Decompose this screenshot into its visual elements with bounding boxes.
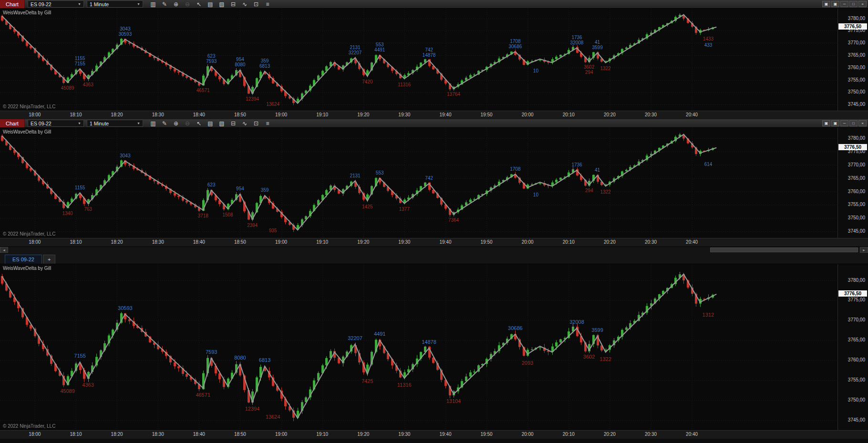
last-price-badge: 3776,50 <box>838 144 867 150</box>
horizontal-scrollbar[interactable]: ◄ ► <box>0 247 868 253</box>
time-axis-label: 19:20 <box>357 112 369 117</box>
time-axis-label: 20:40 <box>686 239 698 245</box>
interval-link-icon[interactable]: ▣ <box>831 120 839 126</box>
interval-dropdown[interactable]: 1 Minute ▼ <box>87 0 143 8</box>
chart-trader-icon[interactable]: ⊟ <box>230 1 237 7</box>
chart-row-top: WeisWaveDelta by Gill © 2022 NinjaTrader… <box>0 9 868 111</box>
time-axis-label: 18:20 <box>111 112 123 117</box>
close-button[interactable]: × <box>858 1 867 7</box>
chevron-down-icon: ▼ <box>137 2 140 6</box>
zoom-in-icon[interactable]: ⊕ <box>173 121 179 126</box>
drawing-tools-icon[interactable]: ✎ <box>161 1 168 7</box>
time-axis[interactable]: 18:0018:1018:2018:3018:4018:5019:0019:10… <box>0 430 868 439</box>
price-axis[interactable]: 3780,003775,003770,003765,003760,003755,… <box>837 128 868 238</box>
add-tab-button[interactable]: + <box>43 255 55 264</box>
indicator-label: WeisWaveDelta by Gill <box>3 266 51 271</box>
price-axis-label: 3755,00 <box>848 377 865 382</box>
price-chart-canvas[interactable] <box>0 9 837 111</box>
bottom-strip <box>0 439 868 443</box>
time-axis-label: 18:40 <box>193 432 205 437</box>
maximize-button[interactable]: □ <box>849 120 858 126</box>
price-axis-label: 3745,00 <box>848 228 865 234</box>
scrollbar-track[interactable] <box>8 247 860 253</box>
time-axis-label: 18:40 <box>193 112 205 117</box>
instrument-link-icon[interactable]: ▣ <box>822 120 830 126</box>
chart-toolbar-top: Chart ES 09-22 ▼ 1 Minute ▼ ▥ ✎ ⊕ ⊖ ↖ ▤ … <box>0 0 868 9</box>
time-axis-label: 20:30 <box>645 432 657 437</box>
chart-row-middle: WeisWaveDelta by Gill © 2022 NinjaTrader… <box>0 128 868 238</box>
window-buttons: ▣ ▣ ─ □ × <box>822 120 867 126</box>
list-icon[interactable]: ≡ <box>264 1 271 7</box>
time-axis-label: 18:10 <box>70 112 82 117</box>
instrument-link-icon[interactable]: ▣ <box>822 1 830 7</box>
zoom-out-icon[interactable]: ⊖ <box>184 121 191 126</box>
zoom-in-icon[interactable]: ⊕ <box>173 1 179 7</box>
interval-link-icon[interactable]: ▣ <box>831 1 839 7</box>
interval-value: 1 Minute <box>90 121 109 126</box>
indicators-icon[interactable]: ∿ <box>241 1 248 7</box>
properties-icon[interactable]: ⊡ <box>253 1 259 7</box>
time-axis-label: 18:00 <box>29 112 41 117</box>
time-axis-label: 18:00 <box>29 432 41 437</box>
time-axis-label: 20:20 <box>604 239 616 245</box>
price-axis-label: 3765,00 <box>848 52 865 58</box>
price-axis-label: 3780,00 <box>848 16 865 21</box>
indicator-label: WeisWaveDelta by Gill <box>3 10 51 15</box>
time-axis-label: 19:50 <box>481 239 493 245</box>
maximize-button[interactable]: □ <box>849 1 858 7</box>
price-axis[interactable]: 3780,003775,003770,003765,003760,003755,… <box>837 9 868 111</box>
chart-panel-middle: Chart ES 09-22 ▼ 1 Minute ▼ ▥ ✎ ⊕ ⊖ ↖ ▤ … <box>0 119 868 253</box>
chart-area-top[interactable]: WeisWaveDelta by Gill © 2022 NinjaTrader… <box>0 9 837 111</box>
chart-area-middle[interactable]: WeisWaveDelta by Gill © 2022 NinjaTrader… <box>0 128 837 238</box>
drawing-tools-icon[interactable]: ✎ <box>161 121 168 126</box>
chart-menu-tab[interactable]: Chart <box>0 119 25 127</box>
price-axis-label: 3770,00 <box>848 162 865 167</box>
properties-icon[interactable]: ⊡ <box>253 121 259 126</box>
price-chart-canvas[interactable] <box>0 264 837 430</box>
scroll-left-button[interactable]: ◄ <box>0 247 8 253</box>
close-button[interactable]: × <box>858 120 867 126</box>
chart-area-bottom[interactable]: WeisWaveDelta by Gill © 2022 NinjaTrader… <box>0 264 837 430</box>
time-axis-label: 18:50 <box>234 112 246 117</box>
chart-style-icon[interactable]: ▥ <box>150 121 156 126</box>
price-chart-canvas[interactable] <box>0 128 837 238</box>
zoom-out-icon[interactable]: ⊖ <box>184 1 191 7</box>
interval-dropdown[interactable]: 1 Minute ▼ <box>87 120 143 127</box>
chart-menu-tab[interactable]: Chart <box>0 0 25 8</box>
list-icon[interactable]: ≡ <box>264 121 271 126</box>
cursor-icon[interactable]: ↖ <box>196 1 202 7</box>
scrollbar-thumb[interactable] <box>710 247 858 252</box>
instrument-dropdown[interactable]: ES 09-22 ▼ <box>28 0 84 8</box>
time-axis-label: 18:20 <box>111 239 123 245</box>
time-axis[interactable]: 18:0018:1018:2018:3018:4018:5019:0019:10… <box>0 238 868 247</box>
instrument-dropdown[interactable]: ES 09-22 ▼ <box>28 120 84 127</box>
tab-es-09-22[interactable]: ES 09-22 <box>5 255 42 264</box>
time-axis[interactable]: 18:0018:1018:2018:3018:4018:5019:0019:10… <box>0 111 868 119</box>
time-axis-label: 19:30 <box>398 112 410 117</box>
snapshot-icon[interactable]: ▧ <box>218 1 225 7</box>
window-buttons: ▣ ▣ ─ □ × <box>822 1 867 7</box>
price-axis-label: 3765,00 <box>848 175 865 181</box>
time-axis-label: 20:30 <box>645 239 657 245</box>
data-box-icon[interactable]: ▤ <box>207 1 214 7</box>
time-axis-label: 18:10 <box>70 432 82 437</box>
snapshot-icon[interactable]: ▧ <box>218 121 225 126</box>
time-axis-label: 20:30 <box>645 112 657 117</box>
chart-style-icon[interactable]: ▥ <box>150 1 156 7</box>
chart-trader-icon[interactable]: ⊟ <box>230 121 237 126</box>
time-axis-label: 20:20 <box>604 112 616 117</box>
time-axis-label: 18:20 <box>111 432 123 437</box>
minimize-button[interactable]: ─ <box>840 120 848 126</box>
price-axis[interactable]: 3780,003775,003770,003765,003760,003755,… <box>837 264 868 430</box>
time-axis-label: 20:20 <box>604 432 616 437</box>
time-axis-label: 18:10 <box>70 239 82 245</box>
data-box-icon[interactable]: ▤ <box>207 121 214 126</box>
indicators-icon[interactable]: ∿ <box>241 121 248 126</box>
scroll-right-button[interactable]: ► <box>860 247 868 253</box>
price-axis-label: 3770,00 <box>848 40 865 45</box>
time-axis-label: 18:50 <box>234 239 246 245</box>
time-axis-label: 19:10 <box>316 112 328 117</box>
minimize-button[interactable]: ─ <box>840 1 848 7</box>
cursor-icon[interactable]: ↖ <box>196 121 202 126</box>
price-axis-label: 3750,00 <box>848 397 865 402</box>
